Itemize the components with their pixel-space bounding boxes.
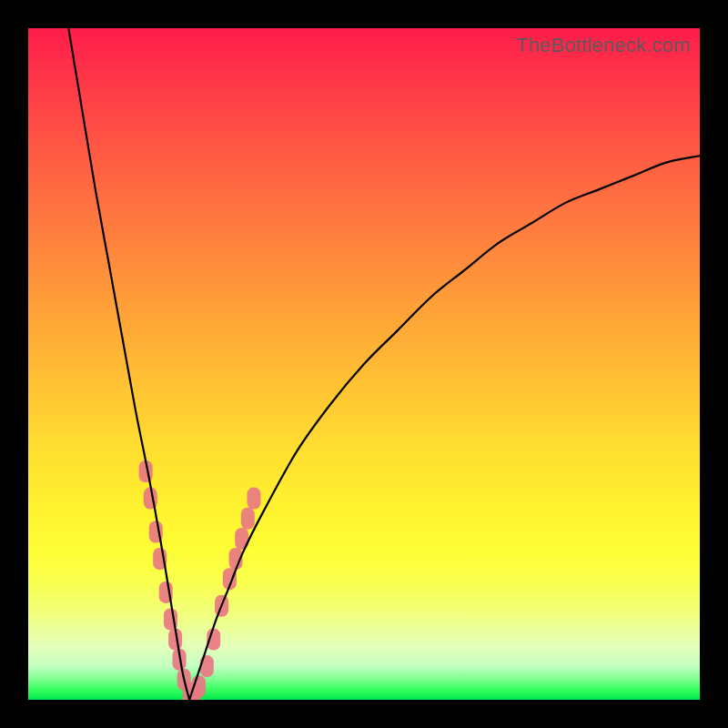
data-marker	[247, 488, 260, 510]
chart-svg	[28, 28, 700, 700]
curve-left-branch	[68, 28, 189, 700]
chart-frame: TheBottleneck.com	[0, 0, 728, 728]
plot-area: TheBottleneck.com	[28, 28, 700, 700]
data-marker	[241, 508, 255, 530]
curve-right-branch	[189, 156, 700, 700]
marker-layer	[139, 460, 261, 700]
